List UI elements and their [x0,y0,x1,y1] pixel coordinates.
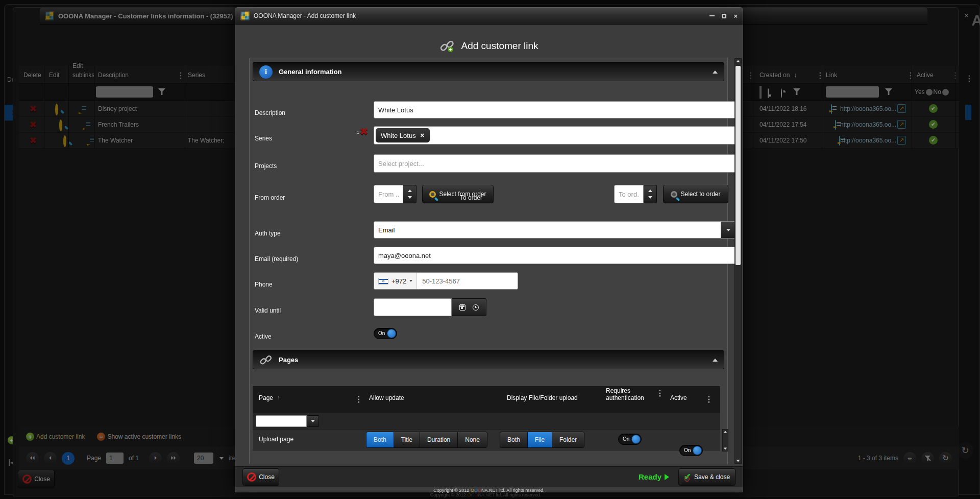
close-icon[interactable]: × [964,12,968,19]
email-input[interactable] [374,247,737,264]
column-menu-icon[interactable] [177,70,185,80]
current-page-button[interactable]: 1 [62,452,75,465]
col-requires-auth[interactable]: Requires authentication [606,387,644,401]
page-filter-input[interactable] [256,415,307,427]
calendar-icon[interactable] [459,304,465,311]
delete-row-icon[interactable]: ✖ [30,120,37,130]
column-menu-icon[interactable] [705,394,713,404]
projects-input[interactable] [374,154,737,173]
refresh-icon[interactable] [957,442,973,459]
option-folder[interactable]: Folder [552,432,584,447]
scroll-up-icon[interactable] [724,431,727,433]
col-created-on[interactable]: Created on [760,66,797,84]
cell-link[interactable]: http://ooona365.oo... [840,101,896,116]
select-to-order-button[interactable]: Select to order [663,185,728,203]
toggle-knob[interactable] [693,446,702,455]
clear-series-icon[interactable]: ✖ [360,126,368,137]
col-delete[interactable]: Delete [23,66,41,84]
spin-down-icon[interactable] [408,196,412,199]
page-size-select[interactable]: 20 [194,453,213,464]
option-duration[interactable]: Duration [420,432,458,447]
next-page-button[interactable]: ⏵ [149,452,162,465]
delete-row-icon[interactable]: ✖ [30,104,37,114]
edit-row-icon[interactable] [63,135,66,147]
cell-link[interactable]: http://ooona365.oo... [840,132,896,148]
remove-chip-icon[interactable]: ✕ [420,132,425,139]
clock-icon[interactable] [781,88,782,98]
radio-no[interactable] [942,89,949,96]
close-button[interactable]: Close [242,468,279,486]
radio-yes[interactable] [926,89,933,96]
toggle-knob[interactable] [387,329,396,338]
cell-link[interactable]: http://ooona365.oo... [840,116,896,132]
dialog-scrollbar[interactable] [734,58,742,464]
show-active-links-button[interactable]: − Show active customer links [97,433,181,441]
col-allow-update[interactable]: Allow update [369,394,404,401]
collapse-icon[interactable] [713,359,718,362]
column-menu-icon[interactable] [965,74,973,83]
series-chip[interactable]: White Lotus ✕ [376,128,430,142]
column-menu-icon[interactable] [747,70,755,80]
scroll-down-icon[interactable] [737,460,740,462]
col-edit-sublinks-2[interactable]: sublinks [72,70,95,80]
chevron-down-icon[interactable] [219,457,224,460]
calendar-icon[interactable] [768,88,769,98]
to-order-input[interactable] [614,185,644,203]
close-icon[interactable]: × [733,12,738,20]
option-none[interactable]: None [458,432,487,447]
column-menu-icon[interactable] [656,388,664,398]
col-series[interactable]: Series [188,66,205,84]
col-edit[interactable]: Edit [49,66,60,84]
link-filter-input[interactable] [826,86,879,98]
page-number-input[interactable]: 1 [106,453,124,464]
last-page-button[interactable]: ⏵⏵ [167,452,180,465]
delete-row-icon[interactable]: ✖ [30,135,37,146]
save-and-close-button[interactable]: ✔ Save & close [678,468,736,486]
open-link-icon[interactable]: ↗ [897,120,906,129]
spin-down-icon[interactable] [648,196,652,199]
prev-page-button[interactable]: ⏴ [44,452,57,465]
option-file[interactable]: File [528,432,552,447]
valid-until-input[interactable] [374,298,452,316]
open-link-icon[interactable]: ↗ [897,136,906,145]
minimize-icon[interactable] [709,15,715,16]
copy-link-icon[interactable] [835,120,836,130]
col-description[interactable]: Description [98,66,129,84]
option-both[interactable]: Both [500,432,528,447]
edit-row-icon[interactable] [59,120,62,131]
requires-auth-toggle[interactable]: On [618,434,642,445]
toggle-knob[interactable] [631,435,641,444]
active-filter[interactable]: Yes No [915,84,949,100]
dialog-titlebar[interactable]: OOONA Manager - Add customer link × [235,8,743,25]
phone-number-input[interactable] [417,277,518,285]
window-close-button[interactable]: Close [18,470,55,488]
row-active-toggle[interactable]: On [679,445,703,456]
open-link-icon[interactable]: ↗ [897,104,906,113]
page-filter-dropdown[interactable] [307,415,319,427]
from-order-input[interactable] [374,185,403,203]
first-page-button[interactable]: ⏴⏴ [26,452,39,465]
phone-country-select[interactable]: +972 [374,273,417,289]
option-title[interactable]: Title [394,432,420,447]
column-menu-icon[interactable] [355,394,363,404]
spin-up-icon[interactable] [408,189,412,192]
edit-row-icon[interactable] [55,104,58,115]
copy-link-icon[interactable] [831,104,832,114]
clock-icon[interactable] [473,304,479,311]
description-filter-input[interactable] [96,86,153,98]
active-toggle[interactable]: On [374,328,397,339]
pages-section-header[interactable]: Pages [253,350,724,369]
option-both[interactable]: Both [366,432,394,447]
refresh-icon[interactable] [939,452,952,465]
col-page[interactable]: Page [259,394,280,401]
scroll-up-icon[interactable] [737,60,740,62]
col-link[interactable]: Link [826,66,837,84]
clear-filter-icon[interactable] [921,452,934,465]
column-menu-icon[interactable] [816,70,824,80]
col-active[interactable]: Active [670,394,687,401]
dropdown-button[interactable] [721,222,736,238]
column-menu-icon[interactable] [906,70,915,80]
scrollbar-thumb[interactable] [736,66,741,265]
add-customer-link-button[interactable]: + Add customer link [26,433,85,441]
to-order-spinner[interactable] [644,185,657,203]
